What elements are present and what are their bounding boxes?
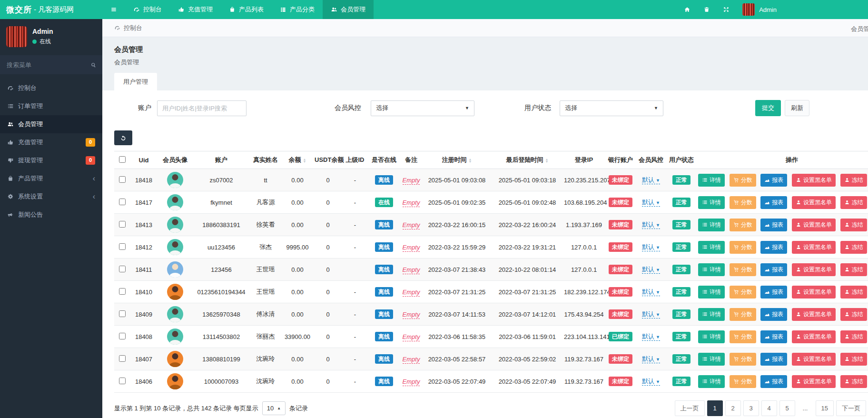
report-button[interactable]: 报表 (760, 308, 787, 321)
detail-button[interactable]: 详情 (698, 241, 725, 254)
detail-button[interactable]: 详情 (698, 375, 725, 388)
row-checkbox[interactable] (119, 310, 126, 317)
fullscreen-button[interactable] (723, 6, 730, 13)
pagination-page-15[interactable]: 15 (816, 400, 834, 416)
freeze-button[interactable]: 冻结 (840, 308, 867, 321)
freeze-button[interactable]: 冻结 (840, 241, 867, 254)
report-button[interactable]: 报表 (760, 263, 787, 276)
row-checkbox[interactable] (119, 176, 126, 183)
score-button[interactable]: 分数 (730, 196, 756, 209)
note-editable[interactable]: Empty (403, 333, 420, 341)
row-checkbox[interactable] (119, 288, 126, 295)
sidebar-toggle-button[interactable] (102, 0, 125, 19)
freeze-button[interactable]: 冻结 (840, 375, 867, 388)
note-editable[interactable]: Empty (403, 289, 420, 297)
score-button[interactable]: 分数 (730, 174, 756, 187)
freeze-button[interactable]: 冻结 (840, 263, 867, 276)
account-search-input[interactable] (157, 100, 247, 116)
blacklist-button[interactable]: 设置黑名单 (792, 219, 836, 231)
blacklist-button[interactable]: 设置黑名单 (792, 174, 836, 187)
risk-select[interactable]: 选择 ▼ (371, 100, 474, 116)
report-button[interactable]: 报表 (760, 241, 787, 254)
pagination-next[interactable]: 下一页 (836, 400, 866, 416)
pagination-page-2[interactable]: 2 (725, 400, 741, 416)
nav-item-dashboard[interactable]: 控制台 (125, 0, 170, 19)
detail-button[interactable]: 详情 (698, 353, 725, 366)
report-button[interactable]: 报表 (760, 219, 787, 231)
pagination-page-4[interactable]: 4 (761, 400, 777, 416)
row-checkbox[interactable] (119, 199, 126, 205)
risk-dropdown[interactable]: 默认▼ (642, 355, 660, 363)
risk-dropdown[interactable]: 默认▼ (642, 333, 660, 341)
risk-dropdown[interactable]: 默认▼ (642, 288, 660, 296)
risk-dropdown[interactable]: 默认▼ (642, 221, 660, 229)
risk-dropdown[interactable]: 默认▼ (642, 378, 660, 386)
risk-dropdown[interactable]: 默认▼ (642, 266, 660, 274)
sidebar-item-withdraw[interactable]: 提现管理0 (0, 151, 102, 169)
score-button[interactable]: 分数 (730, 219, 756, 231)
blacklist-button[interactable]: 设置黑名单 (792, 286, 836, 299)
user-menu[interactable]: Admin (742, 3, 777, 16)
detail-button[interactable]: 详情 (698, 263, 725, 276)
nav-item-product-list[interactable]: 产品列表 (221, 0, 272, 19)
score-button[interactable]: 分数 (730, 241, 756, 254)
row-checkbox[interactable] (119, 243, 126, 250)
freeze-button[interactable]: 冻结 (840, 219, 867, 231)
sidebar-item-members[interactable]: 会员管理 (0, 115, 102, 133)
freeze-button[interactable]: 冻结 (840, 196, 867, 209)
score-button[interactable]: 分数 (730, 375, 756, 388)
score-button[interactable]: 分数 (730, 330, 756, 343)
detail-button[interactable]: 详情 (698, 219, 725, 231)
detail-button[interactable]: 详情 (698, 286, 725, 299)
risk-dropdown[interactable]: 默认▼ (642, 310, 660, 318)
sidebar-item-orders[interactable]: 订单管理 (0, 97, 102, 115)
report-button[interactable]: 报表 (760, 174, 787, 187)
freeze-button[interactable]: 冻结 (840, 353, 867, 366)
blacklist-button[interactable]: 设置黑名单 (792, 241, 836, 254)
risk-dropdown[interactable]: 默认▼ (642, 199, 660, 207)
report-button[interactable]: 报表 (760, 375, 787, 388)
detail-button[interactable]: 详情 (698, 196, 725, 209)
select-all-checkbox[interactable] (119, 156, 126, 163)
note-editable[interactable]: Empty (403, 199, 420, 207)
home-button[interactable] (684, 6, 690, 13)
blacklist-button[interactable]: 设置黑名单 (792, 375, 836, 388)
report-button[interactable]: 报表 (760, 286, 787, 299)
note-editable[interactable]: Empty (403, 177, 420, 185)
refresh-button[interactable]: 刷新 (785, 100, 809, 116)
report-button[interactable]: 报表 (760, 196, 787, 209)
brand-logo[interactable]: 微交所 - 凡客源码网 (0, 0, 102, 19)
risk-dropdown[interactable]: 默认▼ (642, 176, 660, 184)
score-button[interactable]: 分数 (730, 308, 756, 321)
row-checkbox[interactable] (119, 355, 126, 362)
sidebar-item-settings[interactable]: 系统设置‹ (0, 188, 102, 206)
row-checkbox[interactable] (119, 378, 126, 384)
pagination-page-3[interactable]: 3 (743, 400, 759, 416)
note-editable[interactable]: Empty (403, 311, 420, 319)
clear-cache-button[interactable] (703, 6, 710, 13)
note-editable[interactable]: Empty (403, 378, 420, 386)
detail-button[interactable]: 详情 (698, 174, 725, 187)
report-button[interactable]: 报表 (760, 353, 787, 366)
sidebar-item-dashboard[interactable]: 控制台 (0, 79, 102, 97)
submit-button[interactable]: 提交 (755, 100, 781, 116)
note-editable[interactable]: Empty (403, 356, 420, 364)
pagination-prev[interactable]: 上一页 (675, 400, 705, 416)
tab-user-management[interactable]: 用户管理 (114, 73, 157, 90)
report-button[interactable]: 报表 (760, 330, 787, 343)
status-select[interactable]: 选择 ▼ (560, 100, 663, 116)
blacklist-button[interactable]: 设置黑名单 (792, 353, 836, 366)
score-button[interactable]: 分数 (730, 353, 756, 366)
score-button[interactable]: 分数 (730, 263, 756, 276)
note-editable[interactable]: Empty (403, 244, 420, 252)
pagination-page-1[interactable]: 1 (707, 400, 723, 416)
row-checkbox[interactable] (119, 266, 126, 272)
detail-button[interactable]: 详情 (698, 330, 725, 343)
sidebar-item-news[interactable]: 新闻公告 (0, 206, 102, 224)
note-editable[interactable]: Empty (403, 221, 420, 229)
freeze-button[interactable]: 冻结 (840, 174, 867, 187)
row-checkbox[interactable] (119, 221, 126, 228)
blacklist-button[interactable]: 设置黑名单 (792, 263, 836, 276)
nav-item-recharge[interactable]: 充值管理 (170, 0, 221, 19)
score-button[interactable]: 分数 (730, 286, 756, 299)
